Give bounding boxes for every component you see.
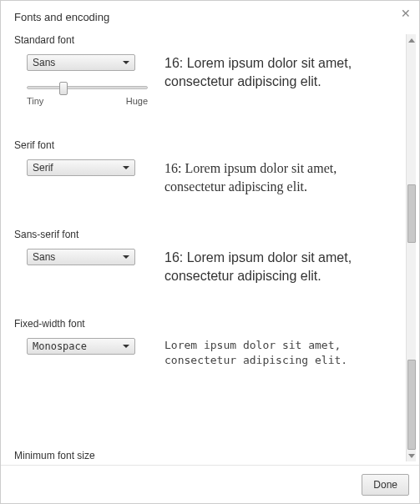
- sans-serif-font-preview: 16: Lorem ipsum dolor sit amet, consecte…: [164, 249, 401, 285]
- scroll-up-icon[interactable]: [407, 34, 417, 46]
- slider-thumb[interactable]: [59, 82, 68, 95]
- sans-serif-font-dropdown[interactable]: Sans: [27, 249, 135, 265]
- fixed-width-font-preview: Lorem ipsum dolor sit amet, consectetur …: [164, 338, 401, 367]
- content-scrollbar[interactable]: [406, 34, 416, 461]
- chevron-down-icon: [123, 61, 129, 64]
- scrollbar-thumb[interactable]: [407, 184, 416, 243]
- fixed-width-font-label: Fixed-width font: [14, 318, 401, 330]
- minimum-font-size-label: Minimum font size: [14, 450, 95, 461]
- standard-font-section: Standard font Sans Tiny Huge: [14, 34, 401, 106]
- fixed-width-font-section: Fixed-width font Monospace Lorem ipsum d…: [14, 318, 401, 367]
- done-button[interactable]: Done: [362, 474, 409, 496]
- sans-serif-font-selected: Sans: [33, 251, 55, 263]
- serif-font-section: Serif font Serif 16: Lorem ipsum dolor s…: [14, 139, 401, 195]
- chevron-down-icon: [123, 166, 129, 169]
- dialog-title: Fonts and encoding: [1, 1, 419, 30]
- chevron-down-icon: [123, 345, 129, 348]
- dialog-content: Standard font Sans Tiny Huge: [14, 34, 401, 461]
- scrollbar-thumb[interactable]: [407, 360, 416, 450]
- chevron-down-icon: [123, 255, 129, 259]
- sans-serif-font-section: Sans-serif font Sans 16: Lorem ipsum dol…: [14, 229, 401, 285]
- slider-max-label: Huge: [126, 96, 148, 106]
- sans-serif-font-label: Sans-serif font: [14, 229, 401, 240]
- serif-font-dropdown[interactable]: Serif: [27, 159, 135, 176]
- standard-font-preview: 16: Lorem ipsum dolor sit amet, consecte…: [164, 54, 401, 90]
- slider-min-label: Tiny: [27, 96, 43, 106]
- standard-font-dropdown[interactable]: Sans: [27, 54, 135, 71]
- done-button-label: Done: [373, 479, 397, 491]
- standard-font-label: Standard font: [14, 34, 401, 46]
- fixed-width-font-selected: Monospace: [33, 340, 87, 352]
- fonts-encoding-dialog: ✕ Fonts and encoding Standard font Sans: [0, 0, 420, 504]
- scroll-down-icon[interactable]: [407, 450, 417, 461]
- serif-font-label: Serif font: [14, 139, 401, 151]
- close-icon[interactable]: ✕: [401, 8, 411, 19]
- standard-font-size-slider[interactable]: Tiny Huge: [27, 86, 148, 106]
- standard-font-selected: Sans: [33, 57, 55, 68]
- serif-font-selected: Serif: [33, 162, 53, 174]
- serif-font-preview: 16: Lorem ipsum dolor sit amet, consecte…: [164, 159, 401, 195]
- fixed-width-font-dropdown[interactable]: Monospace: [27, 338, 135, 355]
- dialog-footer: Done: [1, 465, 419, 503]
